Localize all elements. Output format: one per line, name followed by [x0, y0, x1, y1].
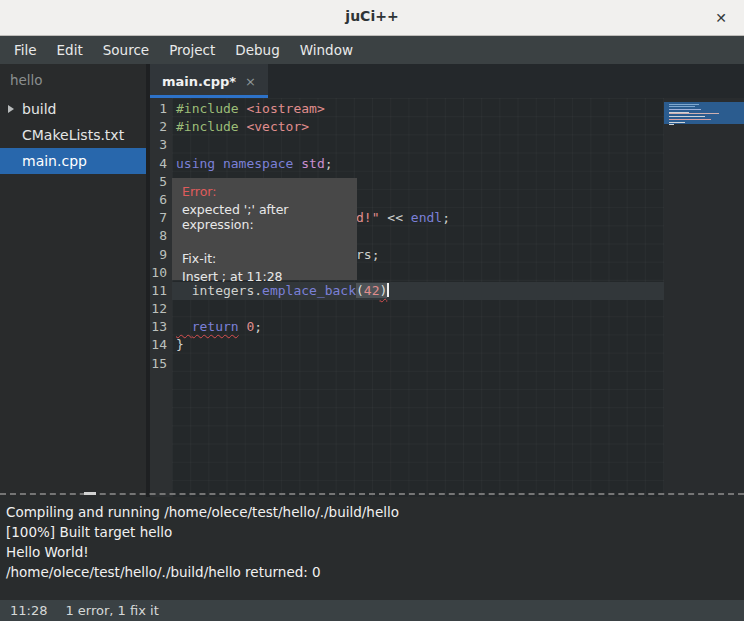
file-tree-sidebar: hello buildCMakeLists.txtmain.cpp: [0, 64, 146, 497]
line-number: 6: [150, 191, 172, 209]
close-icon[interactable]: ✕: [710, 7, 732, 29]
tab-close-icon[interactable]: ×: [245, 74, 256, 89]
code-line[interactable]: [172, 355, 664, 373]
tree-item-label: build: [22, 101, 56, 117]
line-number: 10: [150, 264, 172, 282]
code-line[interactable]: #include <iostream>: [172, 100, 664, 118]
code-token: (: [356, 283, 364, 298]
tab-maincpp[interactable]: main.cpp* ×: [150, 64, 268, 98]
code-line[interactable]: integers.emplace_back(42): [172, 282, 664, 300]
code-token: [215, 156, 223, 171]
line-number: 7: [150, 209, 172, 227]
line-number: 15: [150, 355, 172, 373]
code-token: emplace_back: [262, 283, 356, 298]
code-line[interactable]: [172, 136, 664, 154]
code-token: [176, 319, 192, 334]
tooltip-fixit-message: Insert ; at 11:28: [182, 269, 347, 284]
code-token: ;: [325, 156, 333, 171]
menu-bar: FileEditSourceProjectDebugWindow: [0, 36, 744, 64]
code-line[interactable]: return 0;: [172, 318, 664, 336]
code-line[interactable]: using namespace std;: [172, 155, 664, 173]
menu-file[interactable]: File: [4, 37, 47, 63]
code-token: return: [192, 319, 239, 334]
line-number: 4: [150, 155, 172, 173]
tooltip-error-label: Error:: [182, 184, 347, 199]
file-tree: buildCMakeLists.txtmain.cpp: [0, 96, 146, 174]
code-token: }: [176, 337, 184, 352]
code-token: <iostream>: [246, 101, 324, 116]
line-number: 12: [150, 300, 172, 318]
line-number-gutter: 123456789101112131415: [150, 98, 172, 497]
sidebar-item-cmakeliststxt[interactable]: CMakeLists.txt: [0, 122, 146, 148]
error-tooltip: Error: expected ';' after expression: Fi…: [172, 178, 357, 280]
code-token: namespace: [223, 156, 293, 171]
code-token: <vector>: [246, 119, 309, 134]
minimap-viewport[interactable]: [664, 102, 744, 124]
code-area[interactable]: #include <iostream>#include <vector>usin…: [172, 98, 664, 497]
menu-window[interactable]: Window: [290, 37, 363, 63]
window-titlebar[interactable]: juCi++ ✕: [0, 0, 744, 36]
code-token: ;: [254, 319, 262, 334]
jucipp-window: juCi++ ✕ FileEditSourceProjectDebugWindo…: [0, 0, 744, 621]
status-bar: 11:28 1 error, 1 fix it: [0, 600, 744, 621]
line-number: 5: [150, 173, 172, 191]
tree-item-label: CMakeLists.txt: [22, 127, 124, 143]
minimap-line: [669, 124, 674, 125]
menu-edit[interactable]: Edit: [47, 37, 93, 63]
window-title: juCi++: [0, 8, 744, 24]
code-token: 42: [364, 283, 380, 298]
line-number: 11: [150, 282, 172, 300]
tree-expander-icon[interactable]: [8, 105, 14, 113]
code-line[interactable]: }: [172, 336, 664, 354]
terminal-line: Hello World!: [6, 542, 738, 562]
line-number: 14: [150, 336, 172, 354]
status-diagnostics: 1 error, 1 fix it: [65, 603, 158, 618]
pane-resize-handle[interactable]: [84, 492, 96, 495]
terminal-line: Compiling and running /home/olece/test/h…: [6, 502, 738, 522]
code-token: integers.: [176, 283, 262, 298]
sidebar-item-maincpp[interactable]: main.cpp: [0, 148, 146, 174]
sidebar-item-build[interactable]: build: [0, 96, 146, 122]
code-token: #include: [176, 101, 246, 116]
code-token: endl: [411, 210, 442, 225]
minimap[interactable]: [664, 98, 744, 497]
terminal-output[interactable]: Compiling and running /home/olece/test/h…: [0, 497, 744, 600]
line-number: 9: [150, 246, 172, 264]
code-editor[interactable]: 123456789101112131415 #include <iostream…: [150, 98, 744, 497]
tab-label: main.cpp*: [162, 74, 236, 89]
line-number: 3: [150, 136, 172, 154]
line-number: 8: [150, 227, 172, 245]
project-label: hello: [0, 64, 146, 96]
code-token: std: [301, 156, 324, 171]
code-token: ): [380, 283, 388, 298]
code-token: #include: [176, 119, 246, 134]
code-line[interactable]: [172, 300, 664, 318]
status-cursor-position: 11:28: [10, 603, 47, 618]
terminal-line: [100%] Built target hello: [6, 522, 738, 542]
line-number: 1: [150, 100, 172, 118]
minimap-line: [669, 106, 695, 107]
code-token: using: [176, 156, 215, 171]
code-token: ;: [442, 210, 450, 225]
minimap-line: [669, 113, 719, 114]
code-line[interactable]: #include <vector>: [172, 118, 664, 136]
line-number: 13: [150, 318, 172, 336]
minimap-line: [669, 116, 705, 117]
text-cursor: [387, 283, 389, 297]
terminal-line: /home/olece/test/hello/./build/hello ret…: [6, 562, 738, 582]
menu-project[interactable]: Project: [159, 37, 225, 63]
menu-debug[interactable]: Debug: [225, 37, 289, 63]
tab-bar: main.cpp* ×: [150, 64, 744, 98]
tree-item-label: main.cpp: [22, 153, 87, 169]
menu-source[interactable]: Source: [93, 37, 159, 63]
minimap-line: [669, 109, 701, 110]
tooltip-error-message: expected ';' after expression:: [182, 202, 347, 232]
line-number: 2: [150, 118, 172, 136]
tooltip-fixit-label: Fix-it:: [182, 251, 347, 266]
code-token: <<: [380, 210, 411, 225]
minimap-line: [669, 119, 711, 120]
